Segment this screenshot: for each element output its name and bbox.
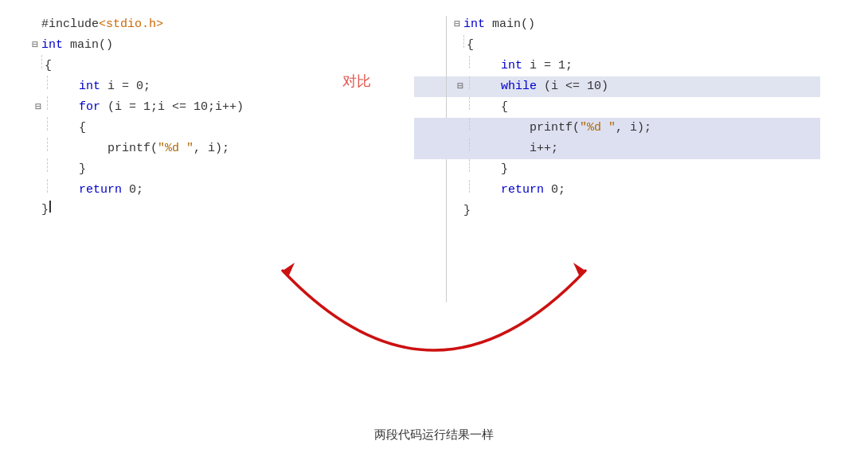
right-code-panel: ⊟ int main() { int i = 1; [414, 0, 828, 476]
for-args: (i = 1;i <= 10;i++) [100, 97, 244, 118]
include-bracket: <stdio.h> [99, 14, 163, 35]
line-while-brace: { [438, 97, 820, 118]
while-brace-close: } [501, 159, 508, 180]
brace-open-right: { [467, 35, 474, 56]
include-keyword: #include [41, 14, 99, 35]
left-code-block: #include<stdio.h> ⊟ int main() { int [16, 14, 406, 220]
printf-rest-right: , i); [616, 118, 651, 139]
line-include: #include<stdio.h> [16, 14, 406, 35]
fold-icon-while[interactable]: ⊟ [457, 80, 463, 92]
main-brace-close-right: } [463, 201, 471, 221]
text-cursor [49, 201, 51, 213]
var-i: i = 0; [100, 76, 151, 97]
int-kw2: int [79, 76, 100, 97]
while-kw: while [501, 76, 537, 97]
result-label: 两段代码运行结果一样 [374, 427, 494, 443]
printf-str-left: "%d " [158, 139, 194, 159]
for-brace-open: { [79, 118, 86, 139]
line-while-container: ⊟ while (i <= 10) [438, 76, 820, 97]
while-brace-open: { [501, 97, 508, 118]
return-val-right: 0; [544, 180, 565, 201]
line-iinc: i++; [438, 139, 820, 159]
var-i-right: i = 1; [522, 56, 573, 76]
line-printf-right: printf("%d ", i); [438, 118, 820, 139]
line-printf-right-container: printf("%d ", i); [438, 118, 820, 139]
printf-rest-left: , i); [194, 139, 229, 159]
for-brace-close: } [79, 159, 86, 180]
printf-fn-right: printf( [530, 118, 580, 139]
line-while-brace-close: } [438, 159, 820, 180]
line-main-close-right: } [438, 201, 820, 221]
for-kw: for [79, 97, 100, 118]
while-cond: (i <= 10) [537, 76, 608, 97]
main-container: #include<stdio.h> ⊟ int main() { int [0, 0, 868, 476]
return-val-left: 0; [122, 180, 143, 201]
brace-open: { [45, 56, 52, 76]
return-kw-right: return [501, 180, 544, 201]
line-brace-open-right: { [438, 35, 820, 56]
int-keyword: int [41, 35, 63, 56]
line-return-left: return 0; [16, 179, 406, 200]
compare-label: 对比 [342, 72, 371, 91]
line-printf-left: printf("%d ", i); [16, 138, 406, 158]
line-for-brace-close: } [16, 158, 406, 179]
line-iinc-container: i++; [438, 139, 820, 159]
iinc-code: i++; [530, 139, 558, 159]
int-kw-right: int [501, 56, 522, 76]
line-main-close-left: } [16, 200, 406, 220]
line-main-right: ⊟ int main() [438, 14, 820, 35]
line-for-brace: { [16, 117, 406, 138]
main-fn-right: main() [485, 14, 535, 35]
fold-icon-main-right[interactable]: ⊟ [454, 18, 460, 30]
main-brace-close-left: } [41, 200, 49, 220]
fold-icon-for[interactable]: ⊟ [35, 101, 41, 113]
line-int-i-right: int i = 1; [438, 56, 820, 76]
printf-fn-left: printf( [108, 139, 158, 159]
printf-str-right: "%d " [580, 118, 616, 139]
line-while: ⊟ while (i <= 10) [438, 76, 820, 97]
line-for: ⊟ for (i = 1;i <= 10;i++) [16, 96, 406, 117]
fold-icon-main-left[interactable]: ⊟ [32, 39, 38, 51]
int-keyword-right: int [463, 14, 485, 35]
line-return-right: return 0; [438, 180, 820, 201]
return-kw-left: return [79, 180, 122, 201]
right-code-block: ⊟ int main() { int i = 1; [438, 14, 820, 220]
line-main-left: ⊟ int main() [16, 35, 406, 56]
main-fn: main() [63, 35, 113, 56]
